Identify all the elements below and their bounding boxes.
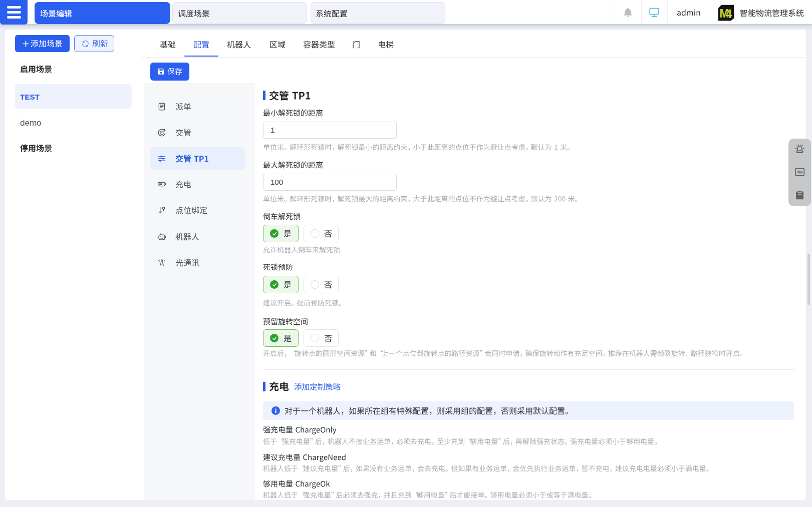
svg-text:4: 4 — [725, 8, 732, 21]
